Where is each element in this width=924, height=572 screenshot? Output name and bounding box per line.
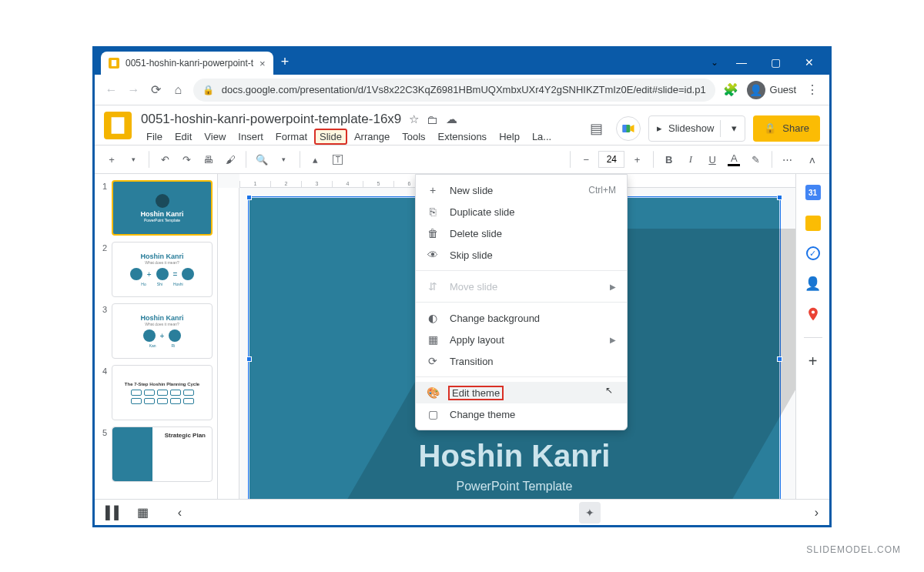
textbox-tool-icon[interactable]: 🅃: [328, 149, 346, 169]
comments-icon[interactable]: ▤: [584, 116, 608, 141]
menu-file[interactable]: File: [141, 129, 168, 145]
tab-close-icon[interactable]: ×: [259, 58, 266, 69]
menu-item-new-slide[interactable]: +New slideCtrl+M: [416, 179, 627, 201]
document-title[interactable]: 0051-hoshin-kanri-powerpoint-template-16…: [141, 112, 401, 127]
more-tools-icon[interactable]: ⋯: [778, 149, 797, 169]
menu-help[interactable]: Help: [494, 129, 525, 145]
menu-item-icon: ▦: [427, 333, 439, 346]
move-icon[interactable]: 🗀: [427, 113, 438, 126]
chevron-down-icon[interactable]: ⌄: [711, 57, 718, 68]
slideshow-dropdown-icon[interactable]: ▾: [727, 122, 742, 134]
menu-item-change-background[interactable]: ◐Change background: [416, 307, 627, 329]
bold-icon[interactable]: B: [660, 149, 678, 169]
menu-insert[interactable]: Insert: [233, 129, 269, 145]
underline-icon[interactable]: U: [703, 149, 721, 169]
menu-item-skip-slide[interactable]: 👁Skip slide: [416, 244, 627, 266]
menu-item-apply-layout[interactable]: ▦Apply layout▶: [416, 329, 627, 350]
paint-format-icon[interactable]: 🖌: [221, 149, 239, 169]
nav-forward-icon[interactable]: →: [126, 83, 141, 97]
menu-arrange[interactable]: Arrange: [349, 129, 395, 145]
menu-bar: FileEditViewInsertFormatSlideArrangeTool…: [141, 129, 574, 145]
cloud-status-icon[interactable]: ☁: [446, 112, 457, 126]
collapse-toolbar-icon[interactable]: ʌ: [803, 149, 822, 169]
browser-menu-icon[interactable]: ⋮: [804, 82, 820, 99]
slide-thumbnail[interactable]: Hoshin KanriPowerPoint Template: [112, 180, 213, 236]
calendar-icon[interactable]: 31: [805, 185, 821, 200]
menu-item-label: New slide: [450, 185, 493, 196]
menu-format[interactable]: Format: [270, 129, 313, 145]
new-tab-button[interactable]: +: [273, 54, 297, 70]
print-icon[interactable]: 🖶: [199, 149, 218, 169]
menu-slide[interactable]: Slide: [314, 129, 347, 145]
redo-icon[interactable]: ↷: [178, 149, 196, 169]
tasks-icon[interactable]: ✓: [806, 246, 820, 260]
menu-item-label: Move slide: [450, 281, 497, 293]
menu-item-label: Edit theme: [448, 386, 504, 400]
menu-tools[interactable]: Tools: [397, 129, 430, 145]
slide-subtitle: PowerPoint Template: [249, 480, 779, 493]
menu-item-icon: ◐: [427, 312, 439, 324]
profile-chip[interactable]: 👤 Guest: [747, 81, 797, 99]
undo-icon[interactable]: ↶: [156, 149, 174, 169]
filmstrip-view-icon[interactable]: ▌▌: [105, 506, 123, 520]
slideshow-button[interactable]: ▸ Slideshow ▾: [648, 115, 745, 142]
slide-menu-dropdown: +New slideCtrl+M⎘Duplicate slide🗑Delete …: [415, 174, 628, 430]
window-maximize[interactable]: ▢: [760, 53, 791, 72]
collapse-thumbs-icon[interactable]: ‹: [178, 506, 182, 520]
menu-la[interactable]: La...: [527, 129, 557, 145]
avatar-icon: 👤: [747, 81, 765, 99]
zoom-icon[interactable]: 🔍: [253, 149, 271, 169]
font-size-increase[interactable]: +: [628, 149, 646, 169]
menu-item-label: Change theme: [450, 409, 515, 420]
new-slide-button[interactable]: +: [102, 149, 121, 169]
profile-label: Guest: [770, 84, 797, 95]
play-icon: ▸: [657, 122, 662, 134]
extensions-icon[interactable]: 🧩: [723, 82, 739, 99]
italic-icon[interactable]: I: [681, 149, 700, 169]
lock-icon: 🔒: [203, 85, 214, 95]
select-tool-icon[interactable]: ▴: [306, 149, 325, 169]
menu-view[interactable]: View: [199, 129, 231, 145]
browser-tab[interactable]: 0051-hoshin-kanri-powerpoint-t ×: [101, 52, 273, 75]
share-button[interactable]: 🔒 Share: [753, 115, 820, 142]
nav-home-icon[interactable]: ⌂: [171, 83, 186, 97]
side-panel-toggle-icon[interactable]: ›: [815, 506, 819, 520]
tab-title: 0051-hoshin-kanri-powerpoint-t: [126, 58, 253, 69]
menu-edit[interactable]: Edit: [169, 129, 197, 145]
star-icon[interactable]: ☆: [409, 112, 419, 126]
font-size-input[interactable]: [598, 151, 624, 168]
menu-item-icon: 🎨: [427, 386, 439, 399]
text-color-icon[interactable]: A: [725, 149, 743, 169]
zoom-dropdown-icon[interactable]: ▾: [275, 149, 293, 169]
menu-extensions[interactable]: Extensions: [433, 129, 493, 145]
slide-thumbnail[interactable]: Strategic Plan: [112, 426, 213, 482]
meet-icon[interactable]: [616, 116, 641, 141]
slide-thumbnail[interactable]: Hoshin KanriWhat does it mean?+KanRi: [112, 303, 213, 359]
maps-icon[interactable]: [805, 306, 821, 322]
highlight-icon[interactable]: ✎: [746, 149, 765, 169]
slide-thumbnail[interactable]: The 7-Step Hoshin Planning Cycle: [112, 365, 213, 420]
nav-reload-icon[interactable]: ⟳: [149, 82, 163, 97]
keep-icon[interactable]: [805, 216, 821, 231]
lock-icon: 🔒: [764, 122, 776, 134]
font-size-decrease[interactable]: −: [577, 149, 595, 169]
url-bar[interactable]: 🔒 docs.google.com/presentation/d/1Vs8x22…: [193, 79, 715, 102]
slide-thumbnail[interactable]: Hoshin KanriWhat does it mean?+=HoShiHos…: [112, 242, 213, 297]
window-controls: ⌄ — ▢ ✕: [711, 53, 829, 75]
nav-back-icon[interactable]: ←: [104, 83, 119, 97]
menu-item-delete-slide[interactable]: 🗑Delete slide: [416, 222, 627, 244]
explore-button[interactable]: ✦: [579, 502, 601, 523]
grid-view-icon[interactable]: ▦: [137, 505, 149, 520]
menu-item-transition[interactable]: ⟳Transition: [416, 350, 627, 372]
window-close[interactable]: ✕: [794, 53, 825, 72]
contacts-icon[interactable]: 👤: [805, 276, 821, 291]
menu-item-edit-theme[interactable]: 🎨Edit theme↖: [416, 382, 627, 403]
new-slide-dropdown-icon[interactable]: ▾: [124, 149, 142, 169]
menu-item-icon: ⇵: [427, 280, 439, 293]
menu-item-duplicate-slide[interactable]: ⎘Duplicate slide: [416, 201, 627, 222]
ruler-vertical: [218, 188, 239, 499]
window-minimize[interactable]: —: [726, 53, 757, 72]
menu-item-change-theme[interactable]: ▢Change theme: [416, 403, 627, 425]
add-on-icon[interactable]: +: [805, 353, 821, 369]
slides-logo-icon[interactable]: [104, 112, 132, 139]
